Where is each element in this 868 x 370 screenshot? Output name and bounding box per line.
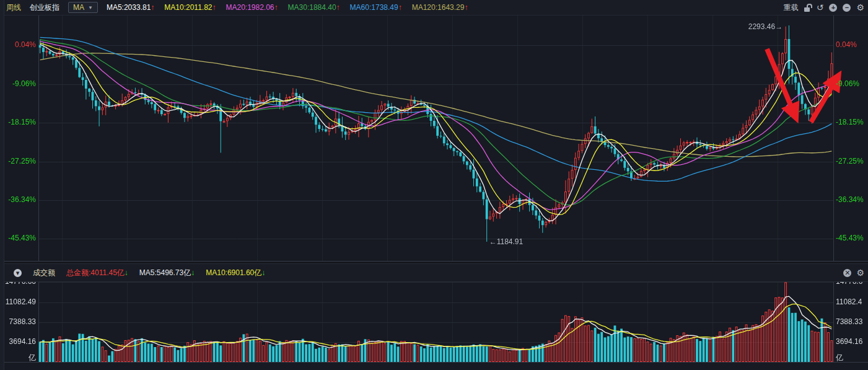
settings-icon[interactable]: ⚙ xyxy=(856,3,864,12)
ma-readout-list: MA5:2033.81↑MA10:2011.82↑MA20:1982.06↑MA… xyxy=(107,3,468,12)
toolbar-right-group: 重载 ↺ + − ⚙ xyxy=(784,2,864,13)
up-arrow-icon: ↑ xyxy=(151,3,154,12)
chart-toolbar: 周线 创业板指 MA ▼ MA5:2033.81↑MA10:2011.82↑MA… xyxy=(0,0,868,15)
axis-tick-label: -18.15% xyxy=(8,118,36,126)
zoom-in-icon[interactable]: + xyxy=(829,4,837,12)
ma-readout-1: MA10:2011.82↑ xyxy=(164,3,216,12)
left-edge-strip xyxy=(0,0,4,370)
reload-button[interactable]: 重载 xyxy=(784,2,799,13)
axis-tick-label: -36.34% xyxy=(8,195,36,204)
volume-panel-title: 成交额 xyxy=(33,268,55,278)
ma-readout-2: MA20:1982.06↑ xyxy=(226,3,278,12)
volume-ma5-readout: MA5:5496.73亿↓ xyxy=(139,268,195,278)
axis-tick-label: 亿 xyxy=(836,353,843,363)
close-panel-icon[interactable]: ✕ xyxy=(843,269,851,277)
ma-readout-3: MA30:1884.40↑ xyxy=(288,3,340,12)
volume-total-readout: 总金额:4011.45亿↓ xyxy=(66,268,128,278)
axis-tick-label: 7388.33 xyxy=(836,317,862,326)
ma-dropdown[interactable]: MA ▼ xyxy=(68,2,98,13)
axis-tick-label: -36.34% xyxy=(836,195,864,204)
up-arrow-icon: ↑ xyxy=(212,3,216,12)
axis-tick-label: 11082.4 xyxy=(836,297,862,306)
axis-tick-label: 亿 xyxy=(28,353,36,363)
unlock-icon[interactable] xyxy=(804,4,811,12)
down-arrow-icon: ↓ xyxy=(125,268,128,277)
up-arrow-icon: ↑ xyxy=(398,3,402,12)
up-arrow-icon: ↑ xyxy=(274,3,278,12)
down-arrow-icon: ↓ xyxy=(261,268,265,277)
axis-tick-label: -27.25% xyxy=(836,157,864,165)
zoom-out-icon[interactable]: − xyxy=(843,4,851,12)
volume-header-left: ▾ 成交额 总金额:4011.45亿↓ MA5:5496.73亿↓ MA10:6… xyxy=(14,268,265,278)
stock-chart-app: { "toolbar": { "period": "周线", "symbol":… xyxy=(0,0,868,370)
axis-tick-label: 11082.49 xyxy=(6,297,36,306)
chevron-down-icon: ▼ xyxy=(88,5,93,11)
axis-tick-label: -9.06% xyxy=(836,79,859,88)
undo-icon[interactable]: ↺ xyxy=(817,3,824,12)
up-arrow-icon: ↑ xyxy=(336,3,340,12)
axis-tick-label: 7388.33 xyxy=(9,317,36,326)
symbol-label: 创业板指 xyxy=(30,2,59,13)
axis-tick-label: -9.06% xyxy=(12,79,36,88)
settings-icon[interactable]: ⚙ xyxy=(856,268,864,277)
volume-header-right: ✕ ⚙ xyxy=(843,268,864,277)
ma-readout-5: MA120:1643.29↑ xyxy=(412,3,468,12)
high-price-annotation: 2293.46→ xyxy=(748,22,783,31)
ma-dropdown-label: MA xyxy=(73,3,84,12)
axis-tick-label: 0.04% xyxy=(15,40,36,49)
collapse-panel-icon[interactable]: ▾ xyxy=(14,269,22,277)
up-arrow-icon: ↑ xyxy=(464,3,468,12)
axis-tick-label: -45.43% xyxy=(836,234,864,242)
axis-tick-label: 0.04% xyxy=(836,40,857,49)
axis-tick-label: 3694.16 xyxy=(9,337,36,346)
axis-tick-label: 3694.16 xyxy=(836,337,862,346)
price-chart-canvas[interactable] xyxy=(0,15,868,262)
volume-chart-canvas[interactable] xyxy=(0,281,868,370)
axis-tick-label: -18.15% xyxy=(836,118,864,126)
ma-readout-0: MA5:2033.81↑ xyxy=(107,3,154,12)
volume-ma10-readout: MA10:6901.60亿↓ xyxy=(206,268,265,278)
down-arrow-icon: ↓ xyxy=(191,268,195,277)
axis-tick-label: -45.43% xyxy=(8,234,36,242)
ma-readout-4: MA60:1738.49↑ xyxy=(350,3,402,12)
low-price-annotation: ←1184.91 xyxy=(489,237,524,246)
period-label[interactable]: 周线 xyxy=(6,2,21,13)
volume-panel-header: ▾ 成交额 总金额:4011.45亿↓ MA5:5496.73亿↓ MA10:6… xyxy=(0,263,868,282)
toolbar-left-group: 周线 创业板指 MA ▼ MA5:2033.81↑MA10:2011.82↑MA… xyxy=(6,2,468,13)
axis-tick-label: -27.25% xyxy=(8,157,36,165)
